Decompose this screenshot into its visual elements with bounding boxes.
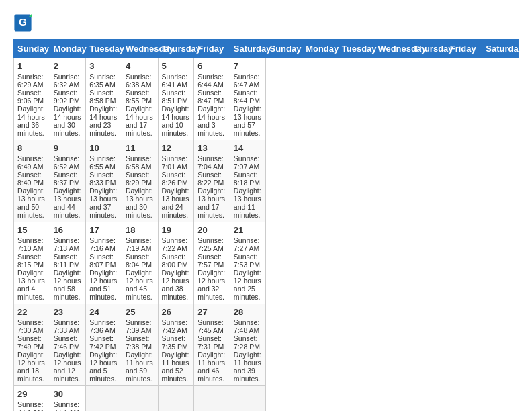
day-number: 2 — [54, 61, 83, 71]
day-info-line: and 37 minutes. — [89, 203, 118, 219]
day-info-line: and 30 minutes. — [54, 121, 83, 137]
day-info-line: Sunrise: 7:39 AM — [126, 318, 154, 334]
day-info-line: Daylight: 14 hours — [54, 105, 83, 121]
day-header-thursday: Thursday — [158, 40, 194, 58]
calendar-cell: 14Sunrise: 7:07 AMSunset: 8:18 PMDayligh… — [230, 140, 266, 222]
day-info-line: Sunset: 8:55 PM — [126, 89, 154, 105]
day-info-line: and 4 minutes. — [17, 285, 46, 301]
day-header-wednesday: Wednesday — [122, 40, 158, 58]
day-info-line: Sunrise: 7:16 AM — [89, 236, 118, 253]
day-info-line: Sunset: 7:42 PM — [89, 334, 118, 351]
day-info-line: Sunset: 7:28 PM — [234, 334, 263, 351]
day-info-line: Sunrise: 7:13 AM — [54, 236, 83, 253]
day-info-line: Sunset: 7:53 PM — [234, 253, 263, 269]
day-number: 21 — [234, 225, 263, 235]
day-info-line: Sunset: 7:57 PM — [197, 253, 226, 269]
day-info-line: Daylight: 12 hours — [197, 269, 226, 285]
day-info-line: Sunrise: 7:51 AM — [17, 400, 46, 411]
day-info-line: Sunset: 8:04 PM — [126, 253, 154, 269]
calendar-table: SundayMondayTuesdayWednesdayThursdayFrid… — [13, 39, 519, 411]
day-info-line: Sunset: 8:44 PM — [234, 89, 263, 105]
day-info-line: and 10 minutes. — [162, 121, 191, 137]
day-info-line: Sunrise: 7:48 AM — [234, 318, 263, 334]
calendar-cell: 28Sunrise: 7:48 AMSunset: 7:28 PMDayligh… — [230, 304, 266, 386]
day-info-line: Sunrise: 7:10 AM — [17, 236, 46, 253]
day-number: 27 — [197, 307, 226, 317]
day-number: 4 — [126, 61, 154, 71]
week-row-3: 15Sunrise: 7:10 AMSunset: 8:15 PMDayligh… — [14, 222, 519, 304]
day-info-line: Sunrise: 6:35 AM — [89, 73, 118, 89]
day-info-line: and 45 minutes. — [126, 285, 154, 301]
day-info-line: Sunset: 7:38 PM — [126, 334, 154, 351]
calendar-cell: 27Sunrise: 7:45 AMSunset: 7:31 PMDayligh… — [194, 304, 230, 386]
day-info-line: Sunset: 8:22 PM — [197, 171, 226, 187]
calendar-cell: 22Sunrise: 7:30 AMSunset: 7:49 PMDayligh… — [14, 304, 50, 386]
week-row-2: 8Sunrise: 6:49 AMSunset: 8:40 PMDaylight… — [14, 140, 519, 222]
day-info-line: Sunrise: 7:25 AM — [197, 236, 226, 253]
day-info-line: Sunset: 7:35 PM — [162, 334, 191, 351]
calendar-cell: 16Sunrise: 7:13 AMSunset: 8:11 PMDayligh… — [50, 222, 86, 304]
day-number: 3 — [89, 61, 118, 71]
day-number: 25 — [126, 307, 154, 317]
day-number: 7 — [234, 61, 263, 71]
day-info-line: and 57 minutes. — [234, 121, 263, 137]
header-row: SundayMondayTuesdayWednesdayThursdayFrid… — [14, 40, 519, 58]
logo-icon: G — [13, 13, 32, 32]
day-number: 23 — [54, 307, 83, 317]
day-info-line: Sunset: 8:00 PM — [162, 253, 191, 269]
calendar-cell — [122, 386, 158, 412]
day-number: 28 — [234, 307, 263, 317]
day-info-line: and 25 minutes. — [234, 285, 263, 301]
calendar-cell: 1Sunrise: 6:29 AMSunset: 9:06 PMDaylight… — [14, 58, 50, 140]
day-header-friday: Friday — [194, 40, 230, 58]
day-number: 1 — [17, 61, 46, 71]
day-info-line: Sunset: 8:58 PM — [89, 89, 118, 105]
calendar-cell: 18Sunrise: 7:19 AMSunset: 8:04 PMDayligh… — [122, 222, 158, 304]
week-row-5: 29Sunrise: 7:51 AMSunset: 7:24 PMDayligh… — [14, 386, 519, 412]
day-info-line: Sunrise: 7:27 AM — [234, 236, 263, 253]
calendar-cell: 8Sunrise: 6:49 AMSunset: 8:40 PMDaylight… — [14, 140, 50, 222]
day-number: 13 — [197, 143, 226, 153]
day-info-line: Daylight: 11 hours — [126, 351, 154, 367]
day-info-line: Daylight: 13 hours — [89, 187, 118, 203]
day-info-line: Sunrise: 7:19 AM — [126, 236, 154, 253]
week-row-4: 22Sunrise: 7:30 AMSunset: 7:49 PMDayligh… — [14, 304, 519, 386]
svg-text:G: G — [19, 16, 27, 28]
day-number: 9 — [54, 143, 83, 153]
day-info-line: Daylight: 14 hours — [126, 105, 154, 121]
day-number: 16 — [54, 225, 83, 235]
calendar-cell: 12Sunrise: 7:01 AMSunset: 8:26 PMDayligh… — [158, 140, 194, 222]
calendar-cell: 13Sunrise: 7:04 AMSunset: 8:22 PMDayligh… — [194, 140, 230, 222]
day-info-line: Sunset: 9:02 PM — [54, 89, 83, 105]
day-info-line: Daylight: 11 hours — [162, 351, 191, 367]
day-info-line: and 3 minutes. — [197, 121, 226, 137]
day-info-line: Sunrise: 7:30 AM — [17, 318, 46, 334]
day-info-line: and 38 minutes. — [162, 285, 191, 301]
day-number: 15 — [17, 225, 46, 235]
calendar-cell: 25Sunrise: 7:39 AMSunset: 7:38 PMDayligh… — [122, 304, 158, 386]
calendar-cell: 6Sunrise: 6:44 AMSunset: 8:47 PMDaylight… — [194, 58, 230, 140]
day-info-line: Sunset: 9:06 PM — [17, 89, 46, 105]
calendar-cell: 24Sunrise: 7:36 AMSunset: 7:42 PMDayligh… — [86, 304, 122, 386]
day-info-line: Sunrise: 7:01 AM — [162, 154, 191, 171]
day-info-line: Sunrise: 6:49 AM — [17, 154, 46, 171]
day-info-line: and 23 minutes. — [89, 121, 118, 137]
day-info-line: Sunrise: 6:47 AM — [234, 73, 263, 89]
day-info-line: Daylight: 14 hours — [162, 105, 191, 121]
day-header-saturday: Saturday — [482, 40, 519, 58]
calendar-cell: 26Sunrise: 7:42 AMSunset: 7:35 PMDayligh… — [158, 304, 194, 386]
day-info-line: Daylight: 13 hours — [234, 105, 263, 121]
day-info-line: Sunrise: 7:36 AM — [89, 318, 118, 334]
day-info-line: Sunrise: 7:33 AM — [54, 318, 83, 334]
day-info-line: and 18 minutes. — [17, 367, 46, 383]
day-info-line: Daylight: 13 hours — [17, 269, 46, 285]
day-info-line: and 30 minutes. — [126, 203, 154, 219]
day-number: 20 — [197, 225, 226, 235]
calendar-cell — [86, 386, 122, 412]
day-info-line: Daylight: 13 hours — [162, 187, 191, 203]
day-info-line: Daylight: 12 hours — [126, 269, 154, 285]
day-number: 12 — [162, 143, 191, 153]
day-info-line: Daylight: 12 hours — [89, 351, 118, 367]
day-info-line: and 17 minutes. — [126, 121, 154, 137]
calendar-cell: 30Sunrise: 7:54 AMSunset: 7:20 PMDayligh… — [50, 386, 86, 412]
